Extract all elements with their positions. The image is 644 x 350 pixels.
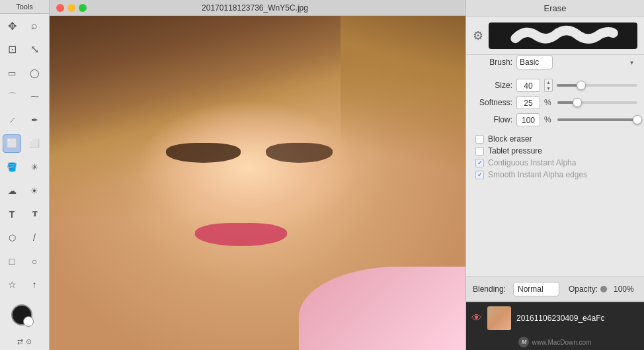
softness-unit: % — [544, 98, 553, 107]
block-eraser-checkbox[interactable] — [475, 135, 484, 144]
canvas-image[interactable] — [50, 16, 465, 350]
cloud-tool[interactable]: ☁ — [3, 181, 21, 200]
ellipse-shape-tool[interactable]: ○ — [25, 252, 44, 271]
brush-preview-row: ⚙ — [466, 17, 644, 55]
size-up-button[interactable]: ▲ — [545, 79, 552, 85]
arrow-tool[interactable]: ↑ — [25, 275, 44, 294]
softness-slider[interactable] — [557, 101, 637, 104]
brush-label: Brush: — [473, 58, 512, 67]
block-eraser-row: Block eraser — [475, 134, 635, 144]
select-ellipse-tool[interactable]: ◯ — [25, 64, 44, 82]
portrait-photo — [50, 16, 465, 350]
tablet-pressure-checkbox[interactable] — [475, 147, 484, 155]
panel-title: Erase — [466, 0, 644, 17]
tablet-pressure-row: Tablet pressure — [475, 146, 635, 155]
layer-thumbnail[interactable] — [487, 306, 511, 330]
size-stepper[interactable]: ▲ ▼ — [544, 79, 553, 92]
tools-title: Tools — [0, 0, 49, 14]
select-rect-tool[interactable]: ▭ — [3, 64, 21, 82]
panel-controls: Size: 40 ▲ ▼ Softness: 25 % — [466, 73, 644, 132]
brush-select-wrapper: Basic Soft Hard Airbrush ▾ — [516, 55, 637, 69]
size-down-button[interactable]: ▼ — [545, 85, 552, 91]
blending-row: Blending: Normal Multiply Screen Overlay… — [466, 276, 644, 302]
size-row: Size: 40 ▲ ▼ — [473, 79, 637, 92]
brush-tool[interactable]: ⬜ — [3, 134, 21, 153]
watermark: M www.MacDown.com — [466, 334, 644, 350]
free-select-tool[interactable]: ⁓ — [25, 87, 44, 106]
contiguous-alpha-label: Contiguous Instant Alpha — [488, 158, 576, 167]
crop-tool[interactable]: ⊡ — [3, 40, 21, 59]
rect-shape-tool[interactable]: □ — [3, 252, 21, 271]
sun-tool[interactable]: ☀ — [25, 181, 44, 200]
lasso-tool[interactable]: ⌒ — [3, 87, 21, 106]
contiguous-alpha-row: ✓ Contiguous Instant Alpha — [475, 158, 635, 167]
color-swap-icon[interactable]: ⇄ — [17, 337, 23, 346]
brush-preview — [489, 22, 637, 49]
transform-tool[interactable]: ⤡ — [25, 40, 44, 59]
softness-slider-thumb[interactable] — [573, 98, 582, 107]
smooth-alpha-checkbox[interactable]: ✓ — [475, 171, 484, 179]
star-tool[interactable]: ☆ — [3, 275, 21, 294]
size-slider[interactable] — [557, 84, 637, 87]
fill-tool[interactable]: 🪣 — [3, 157, 21, 176]
zoom-tool[interactable]: ⌕ — [25, 17, 44, 35]
close-button[interactable] — [56, 4, 64, 12]
tools-bottom: ⇄ ⊙ — [0, 300, 49, 350]
block-eraser-label: Block eraser — [488, 134, 532, 144]
flow-label: Flow: — [473, 115, 512, 124]
brush-select[interactable]: Basic Soft Hard Airbrush — [516, 55, 553, 69]
smooth-alpha-label: Smooth Instant Alpha edges — [488, 170, 587, 179]
layer-visibility-icon[interactable]: 👁 — [471, 312, 482, 324]
flow-slider-thumb[interactable] — [633, 115, 642, 124]
tablet-pressure-label: Tablet pressure — [488, 146, 542, 155]
opacity-slider[interactable] — [604, 288, 607, 290]
size-slider-thumb[interactable] — [577, 81, 586, 90]
flow-slider-fill — [557, 118, 637, 121]
pen-tool[interactable]: ✒ — [25, 110, 44, 129]
contiguous-alpha-checkbox[interactable]: ✓ — [475, 159, 484, 167]
text-bold-tool[interactable]: 𝐓 — [25, 205, 44, 224]
eraser-tool[interactable]: ⬜ — [25, 134, 44, 153]
watermark-text: www.MacDown.com — [532, 339, 591, 346]
opacity-label: Opacity: — [569, 284, 598, 294]
size-label: Size: — [473, 81, 512, 90]
color-reset-icon[interactable]: ⊙ — [26, 337, 32, 346]
size-value[interactable]: 40 — [516, 79, 540, 92]
softness-value[interactable]: 25 — [516, 96, 540, 109]
layer-name: 20161106230409_e4aFc — [516, 314, 639, 323]
line-tool[interactable]: / — [25, 228, 44, 247]
blending-select[interactable]: Normal Multiply Screen Overlay — [513, 282, 559, 296]
explosion-tool[interactable]: ✳ — [25, 157, 44, 176]
right-panel: Erase ⚙ Brush: Basic Soft Hard — [465, 0, 644, 350]
gear-icon[interactable]: ⚙ — [473, 28, 483, 43]
flow-row: Flow: 100 % — [473, 113, 637, 126]
opacity-value: 100% — [614, 284, 637, 294]
background-color[interactable] — [23, 316, 34, 327]
app-layout: Tools ✥ ⌕ ⊡ ⤡ ▭ ◯ ⌒ ⁓ ⟋ ✒ ⬜ ⬜ — [0, 0, 644, 350]
opacity-slider-thumb[interactable] — [600, 286, 607, 292]
blending-select-wrapper: Normal Multiply Screen Overlay — [513, 282, 559, 296]
tools-panel: Tools ✥ ⌕ ⊡ ⤡ ▭ ◯ ⌒ ⁓ ⟋ ✒ ⬜ ⬜ — [0, 0, 50, 350]
flow-value[interactable]: 100 — [516, 113, 540, 126]
maximize-button[interactable] — [79, 4, 87, 12]
softness-row: Softness: 25 % — [473, 96, 637, 109]
canvas-titlebar: 20170118123736_WnY5C.jpg — [50, 0, 465, 16]
layer-row: 👁 20161106230409_e4aFc — [466, 302, 644, 334]
checkboxes-section: Block eraser Tablet pressure ✓ Contiguou… — [466, 132, 644, 182]
text-tool[interactable]: T — [3, 205, 21, 224]
traffic-lights — [56, 4, 87, 12]
tools-grid: ✥ ⌕ ⊡ ⤡ ▭ ◯ ⌒ ⁓ ⟋ ✒ ⬜ ⬜ 🪣 ✳ — [0, 14, 49, 300]
softness-label: Softness: — [473, 98, 512, 107]
watermark-logo: M — [518, 337, 529, 347]
app-window: Tools ✥ ⌕ ⊡ ⤡ ▭ ◯ ⌒ ⁓ ⟋ ✒ ⬜ ⬜ — [0, 0, 644, 350]
eyedropper-tool[interactable]: ⟋ — [3, 110, 21, 129]
minimize-button[interactable] — [67, 4, 75, 12]
canvas-filename: 20170118123736_WnY5C.jpg — [91, 3, 419, 13]
move-tool[interactable]: ✥ — [3, 17, 21, 35]
flow-unit: % — [544, 115, 553, 124]
flow-slider[interactable] — [557, 118, 637, 121]
right-eye — [266, 143, 333, 163]
path-tool[interactable]: ⬡ — [3, 228, 21, 247]
brush-type-row: Brush: Basic Soft Hard Airbrush ▾ — [466, 55, 644, 73]
blending-label: Blending: — [473, 284, 509, 294]
